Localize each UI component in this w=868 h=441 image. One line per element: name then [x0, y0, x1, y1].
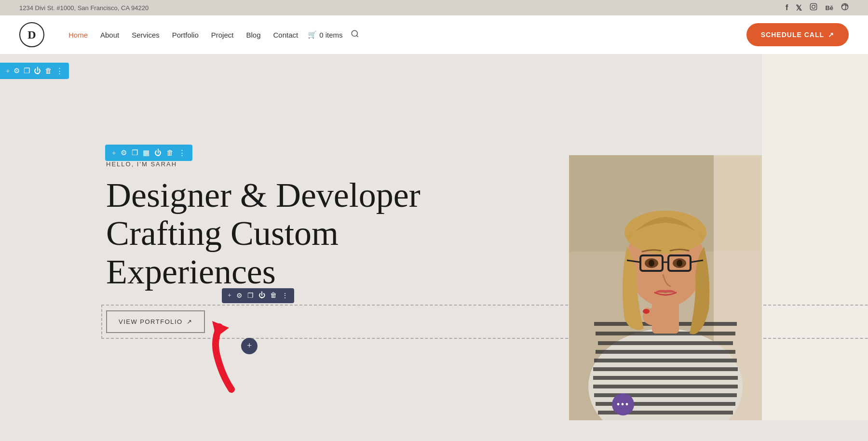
toolbar-duplicate-icon[interactable]: ❐ [24, 67, 30, 75]
module-duplicate-icon[interactable]: ❐ [247, 292, 254, 300]
toolbar-add-icon[interactable]: + [6, 67, 10, 75]
cart-icon: 🛒 [308, 30, 317, 39]
toolbar-settings-icon[interactable]: ⚙ [14, 67, 20, 75]
module-add-icon[interactable]: + [228, 292, 231, 299]
svg-point-2 [815, 5, 815, 5]
svg-rect-0 [811, 3, 817, 10]
nav-project[interactable]: Project [206, 29, 239, 41]
cart[interactable]: 🛒 0 items [308, 30, 342, 39]
social-icons: f 𝕏 Bē [786, 3, 849, 13]
section-duplicate-icon[interactable]: ❐ [132, 148, 138, 157]
module-more-icon[interactable]: ⋮ [282, 292, 288, 300]
floating-toolbar-section[interactable]: + ⚙ ❐ ▦ ⏻ 🗑 ⋮ [105, 145, 192, 161]
svg-point-34 [677, 260, 682, 267]
schedule-call-button[interactable]: SCHEDULE CALL ↗ [746, 23, 849, 46]
svg-point-35 [643, 309, 650, 314]
address-text: 1234 Divi St. #1000, San Francisco, CA 9… [19, 4, 149, 12]
behance-icon[interactable]: Bē [825, 4, 833, 12]
main-nav: Home About Services Portfolio Project Bl… [64, 29, 359, 41]
hero-image [569, 155, 762, 420]
logo[interactable]: D [19, 22, 44, 47]
section-disable-icon[interactable]: ⏻ [154, 149, 162, 157]
floating-toolbar-top[interactable]: + ⚙ ❐ ⏻ 🗑 ⋮ [0, 63, 69, 79]
section-layout-icon[interactable]: ▦ [143, 148, 149, 157]
nav-blog[interactable]: Blog [241, 29, 265, 41]
twitter-x-icon[interactable]: 𝕏 [796, 3, 802, 13]
logo-circle: D [19, 22, 44, 47]
module-delete-icon[interactable]: 🗑 [270, 292, 277, 299]
nav-portfolio[interactable]: Portfolio [167, 29, 203, 41]
section-delete-icon[interactable]: 🗑 [166, 149, 174, 157]
nav-services[interactable]: Services [127, 29, 164, 41]
instagram-icon[interactable] [810, 3, 817, 13]
search-icon[interactable] [351, 29, 359, 40]
svg-point-1 [812, 5, 815, 9]
section-more-icon[interactable]: ⋮ [178, 148, 186, 157]
top-bar: 1234 Divi St. #1000, San Francisco, CA 9… [0, 0, 868, 15]
section-settings-icon[interactable]: ⚙ [121, 148, 127, 157]
dribbble-icon[interactable] [841, 3, 849, 13]
red-arrow [193, 317, 251, 396]
svg-point-4 [352, 30, 357, 36]
svg-point-33 [649, 260, 654, 267]
toolbar-delete-icon[interactable]: 🗑 [45, 67, 52, 75]
section-add-icon[interactable]: + [112, 149, 116, 157]
view-portfolio-button[interactable]: VIEW PORTFOLIO ↗ [106, 310, 205, 333]
toolbar-disable-icon[interactable]: ⏻ [34, 67, 41, 75]
module-toolbar[interactable]: + ⚙ ❐ ⏻ 🗑 ⋮ [222, 288, 294, 303]
nav-about[interactable]: About [95, 29, 124, 41]
nav-contact[interactable]: Contact [269, 29, 303, 41]
hero-section: + ⚙ ❐ ▦ ⏻ 🗑 ⋮ HELLO, I'M SARAH Designer … [0, 54, 868, 420]
cart-count: 0 items [319, 31, 342, 39]
purple-dot-menu[interactable]: ••• [612, 393, 634, 415]
right-panel [762, 54, 868, 420]
facebook-icon[interactable]: f [786, 3, 788, 12]
module-settings-icon[interactable]: ⚙ [236, 292, 243, 300]
toolbar-more-icon[interactable]: ⋮ [56, 67, 63, 75]
module-disable-icon[interactable]: ⏻ [258, 292, 265, 299]
header: D Home About Services Portfolio Project … [0, 15, 868, 54]
nav-home[interactable]: Home [64, 29, 93, 41]
